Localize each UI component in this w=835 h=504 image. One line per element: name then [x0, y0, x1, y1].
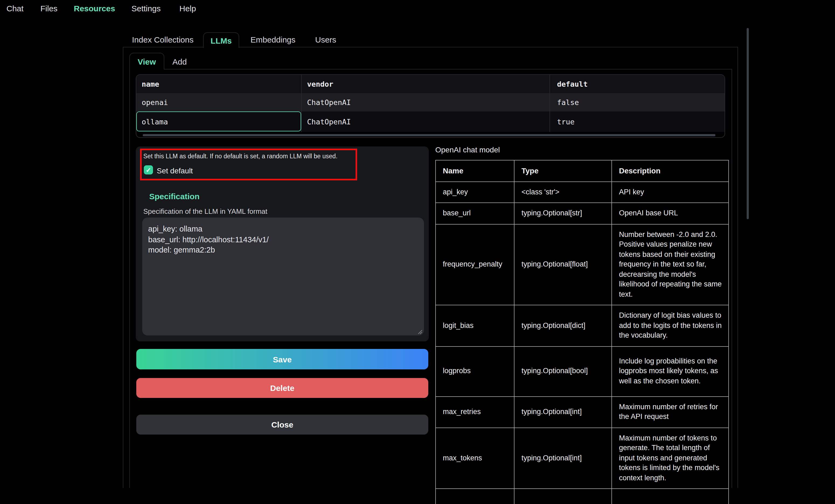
table-row-openai[interactable]: openai ChatOpenAI false: [136, 93, 725, 111]
save-button[interactable]: Save: [136, 349, 428, 370]
param-description: Dictionary of logit bias values to add t…: [612, 305, 729, 346]
subtab-view-label: View: [138, 57, 156, 66]
cell-name[interactable]: openai: [136, 93, 301, 111]
model-row-max-tokens: max_tokens typing.Optional[int] Maximum …: [435, 427, 729, 489]
close-button-label: Close: [271, 420, 293, 429]
param-type: typing.Optional[int]: [514, 427, 612, 489]
specification-heading: Specification: [149, 192, 200, 201]
param-description: Include log probabilities on the logprob…: [612, 346, 729, 396]
page-scrollbar-thumb[interactable]: [747, 28, 749, 219]
model-row-logit-bias: logit_bias typing.Optional[dict] Diction…: [435, 305, 729, 346]
param-type: <class 'str'>: [514, 182, 612, 203]
llm-table-header-default: default: [549, 75, 725, 93]
param-type: typing.Optional[bool]: [514, 346, 612, 396]
tab-llms-label: LLMs: [211, 36, 232, 45]
cell-name[interactable]: ollama: [136, 111, 301, 132]
param-description: OpenAI base URL: [612, 203, 729, 224]
horizontal-scrollbar-thumb[interactable]: [143, 134, 715, 136]
param-description: API key: [612, 182, 729, 203]
table-row-ollama[interactable]: ollama ChatOpenAI true: [136, 111, 725, 132]
save-button-label: Save: [273, 355, 292, 364]
param-description: Maximum number of tokens to generate. Th…: [612, 427, 729, 489]
model-row-partial: [435, 489, 729, 504]
model-header-name: Name: [435, 160, 514, 182]
model-schema-table: Name Type Description api_key <class 'st…: [435, 160, 729, 504]
model-table-header-row: Name Type Description: [435, 160, 729, 182]
cell-vendor[interactable]: ChatOpenAI: [301, 93, 549, 111]
subtab-add[interactable]: Add: [172, 57, 187, 66]
param-name: base_url: [435, 203, 514, 224]
param-type: typing.Optional[dict]: [514, 305, 612, 346]
specification-description: Specification of the LLM in YAML format: [143, 207, 267, 215]
model-panel-title: OpenAI chat model: [435, 145, 500, 154]
param-name: frequency_penalty: [435, 224, 514, 305]
param-name: logprobs: [435, 346, 514, 396]
tab-embeddings[interactable]: Embeddings: [250, 35, 296, 44]
delete-button-label: Delete: [270, 383, 294, 393]
model-row-max-retries: max_retries typing.Optional[int] Maximum…: [435, 396, 729, 427]
model-row-frequency-penalty: frequency_penalty typing.Optional[float]…: [435, 224, 729, 305]
nav-item-settings[interactable]: Settings: [131, 4, 161, 13]
llm-table-header-vendor: vendor: [301, 75, 549, 93]
param-type: typing.Optional[int]: [514, 396, 612, 427]
set-default-checkbox[interactable]: ✓: [144, 165, 153, 174]
tab-index-collections[interactable]: Index Collections: [132, 35, 194, 44]
tab-users[interactable]: Users: [315, 35, 336, 44]
param-name: api_key: [435, 182, 514, 203]
default-note: Set this LLM as default. If no default i…: [143, 153, 338, 160]
subtab-view[interactable]: View: [129, 53, 164, 69]
tab-llms[interactable]: LLMs: [203, 32, 239, 48]
model-header-description: Description: [612, 160, 729, 182]
param-name: max_retries: [435, 396, 514, 427]
model-row-base-url: base_url typing.Optional[str] OpenAI bas…: [435, 203, 729, 224]
checkmark-icon: ✓: [146, 167, 151, 173]
delete-button[interactable]: Delete: [136, 378, 428, 398]
model-header-type: Type: [514, 160, 612, 182]
param-description: Number between -2.0 and 2.0. Positive va…: [612, 224, 729, 305]
cell-default[interactable]: true: [549, 111, 725, 132]
app-window: Chat Files Resources Settings Help Index…: [0, 0, 835, 504]
close-button[interactable]: Close: [136, 415, 428, 435]
param-name: max_tokens: [435, 427, 514, 489]
llm-table-horizontal-scrollbar[interactable]: [136, 132, 725, 138]
cell-vendor[interactable]: ChatOpenAI: [301, 111, 549, 132]
param-description: Maximum number of retries for the API re…: [612, 396, 729, 427]
llm-list-table: name vendor default openai ChatOpenAI fa…: [136, 74, 725, 138]
llm-table-header-row: name vendor default: [136, 75, 725, 93]
llm-table-header-name: name: [136, 75, 301, 93]
set-default-label[interactable]: Set default: [157, 166, 193, 175]
param-name: logit_bias: [435, 305, 514, 346]
nav-item-chat[interactable]: Chat: [6, 4, 23, 13]
cell-default[interactable]: false: [549, 93, 725, 111]
model-row-api-key: api_key <class 'str'> API key: [435, 182, 729, 203]
param-type: typing.Optional[str]: [514, 203, 612, 224]
nav-item-resources[interactable]: Resources: [74, 4, 115, 13]
model-row-logprobs: logprobs typing.Optional[bool] Include l…: [435, 346, 729, 396]
param-type: typing.Optional[float]: [514, 224, 612, 305]
nav-item-help[interactable]: Help: [179, 4, 196, 13]
nav-item-files[interactable]: Files: [40, 4, 57, 13]
yaml-spec-textarea[interactable]: api_key: ollama base_url: http://localho…: [142, 217, 424, 335]
